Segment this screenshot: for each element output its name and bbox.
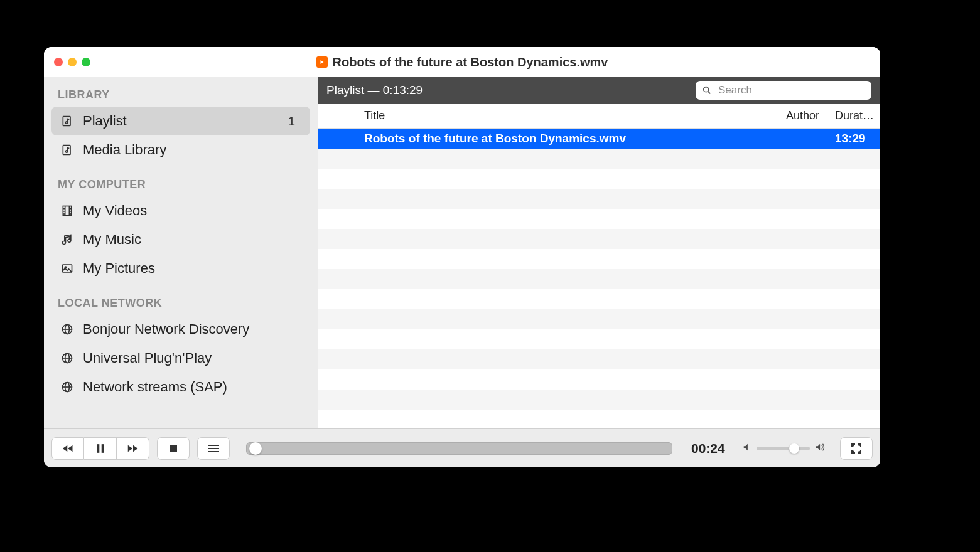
row-title: Robots of the future at Boston Dynamics.…: [355, 132, 782, 146]
minimize-window-button[interactable]: [68, 58, 77, 66]
elapsed-time: 00:24: [685, 441, 735, 456]
picture-icon: [60, 262, 74, 275]
globe-icon: [60, 351, 74, 365]
sidebar-item-label: My Pictures: [83, 260, 155, 277]
sidebar-item-count: 1: [288, 114, 301, 129]
playlist-rows: Robots of the future at Boston Dynamics.…: [318, 129, 880, 428]
volume-low-icon: [743, 443, 751, 454]
svg-rect-24: [97, 444, 99, 453]
search-input[interactable]: [696, 81, 871, 100]
progress-slider[interactable]: [246, 442, 672, 455]
close-window-button[interactable]: [54, 58, 63, 66]
globe-icon: [60, 380, 74, 394]
sidebar-item-label: Bonjour Network Discovery: [83, 321, 249, 337]
column-header-title[interactable]: Title: [355, 104, 782, 128]
progress-knob[interactable]: [249, 442, 262, 455]
playlist-header-text: Playlist — 0:13:29: [326, 83, 423, 97]
volume-high-icon: [815, 443, 826, 454]
zoom-window-button[interactable]: [82, 58, 90, 66]
sidebar-item-media-library[interactable]: Media Library: [51, 135, 310, 164]
playlist-row[interactable]: Robots of the future at Boston Dynamics.…: [318, 129, 880, 149]
film-icon: [60, 204, 74, 218]
sidebar-section-library: LIBRARY: [51, 83, 310, 107]
column-headers: Title Author Durat…: [318, 104, 880, 129]
column-header-duration[interactable]: Durat…: [831, 104, 880, 128]
sidebar-item-label: Network streams (SAP): [83, 379, 227, 395]
playlist-toggle-button[interactable]: [197, 437, 230, 460]
sidebar-item-label: Media Library: [83, 142, 166, 158]
stop-button[interactable]: [157, 437, 190, 460]
sidebar-item-sap[interactable]: Network streams (SAP): [51, 373, 310, 401]
svg-rect-0: [63, 117, 70, 126]
volume-slider[interactable]: [757, 447, 810, 450]
svg-rect-25: [101, 444, 103, 453]
column-header-author[interactable]: Author: [782, 104, 831, 128]
fullscreen-button[interactable]: [840, 437, 873, 460]
pause-button[interactable]: [84, 437, 117, 460]
music-icon: [60, 233, 74, 247]
sidebar-item-label: My Videos: [83, 203, 147, 219]
rewind-button[interactable]: [51, 437, 84, 460]
fast-forward-button[interactable]: [117, 437, 149, 460]
sidebar-item-my-pictures[interactable]: My Pictures: [51, 254, 310, 283]
playlist-icon: [60, 114, 74, 128]
sidebar-item-my-videos[interactable]: My Videos: [51, 196, 310, 225]
sidebar-item-bonjour[interactable]: Bonjour Network Discovery: [51, 315, 310, 344]
window-controls: [44, 58, 90, 66]
titlebar: Robots of the future at Boston Dynamics.…: [44, 47, 880, 77]
sidebar-item-playlist[interactable]: Playlist 1: [51, 107, 310, 135]
search-icon: [702, 85, 712, 95]
svg-point-22: [704, 87, 709, 92]
row-duration: 13:29: [831, 132, 880, 146]
playlist-icon: [60, 143, 74, 157]
search-wrap: [696, 81, 871, 100]
sidebar-item-upnp[interactable]: Universal Plug'n'Play: [51, 344, 310, 373]
svg-rect-26: [170, 445, 177, 452]
sidebar-section-network: LOCAL NETWORK: [51, 292, 310, 315]
window-title: Robots of the future at Boston Dynamics.…: [333, 55, 608, 70]
playlist-header: Playlist — 0:13:29: [318, 77, 880, 104]
playlist-panel: Playlist — 0:13:29 Title Author Durat…: [318, 77, 880, 428]
volume-knob[interactable]: [789, 443, 799, 454]
sidebar-item-label: Universal Plug'n'Play: [83, 350, 212, 366]
sidebar-item-my-music[interactable]: My Music: [51, 225, 310, 254]
playback-controls: 00:24: [44, 428, 880, 467]
vlc-app-icon: [316, 56, 328, 68]
svg-line-23: [708, 92, 711, 94]
vlc-window: Robots of the future at Boston Dynamics.…: [44, 47, 880, 467]
sidebar-section-computer: MY COMPUTER: [51, 173, 310, 196]
sidebar-item-label: Playlist: [83, 113, 127, 129]
svg-rect-1: [63, 146, 70, 155]
globe-icon: [60, 322, 74, 336]
sidebar-item-label: My Music: [83, 231, 141, 248]
sidebar: LIBRARY Playlist 1 Media Library: [44, 77, 318, 428]
